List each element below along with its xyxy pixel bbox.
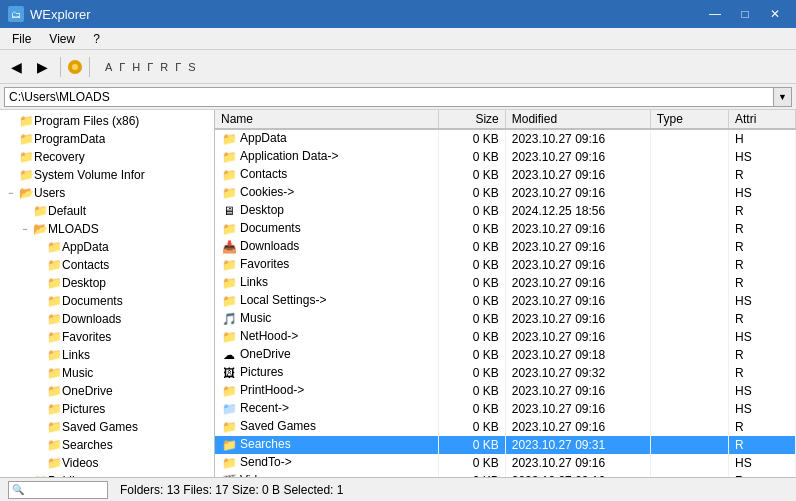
tree-item-program-files-x86[interactable]: 📁 Program Files (x86)	[0, 112, 214, 130]
forward-button[interactable]: ▶	[30, 55, 54, 79]
menu-help[interactable]: ?	[85, 30, 108, 48]
app-title: WExplorer	[30, 7, 91, 22]
tree-label: ProgramData	[34, 132, 105, 146]
table-row[interactable]: 📁Application Data-> 0 KB 2023.10.27 09:1…	[215, 148, 796, 166]
col-type[interactable]: Type	[650, 110, 728, 129]
tree-item-programdata[interactable]: 📁 ProgramData	[0, 130, 214, 148]
menu-file[interactable]: File	[4, 30, 39, 48]
file-name-cell: ☁OneDrive	[215, 346, 438, 364]
file-icon: 📁	[221, 437, 237, 453]
file-icon: ☁	[221, 347, 237, 363]
menu-view[interactable]: View	[41, 30, 83, 48]
tree-item-appdata[interactable]: 📁 AppData	[0, 238, 214, 256]
letter-A[interactable]: А	[102, 60, 115, 74]
table-row[interactable]: 📁Saved Games 0 KB 2023.10.27 09:16 R	[215, 418, 796, 436]
back-button[interactable]: ◀	[4, 55, 28, 79]
file-size-cell: 0 KB	[438, 129, 505, 148]
search-bar[interactable]: 🔍	[8, 481, 108, 499]
tree-item-public[interactable]: 📁 Public	[0, 472, 214, 477]
file-attri-cell: HS	[729, 400, 796, 418]
tree-item-onedrive[interactable]: 📁 OneDrive	[0, 382, 214, 400]
table-row[interactable]: 📁Cookies-> 0 KB 2023.10.27 09:16 HS	[215, 184, 796, 202]
table-row[interactable]: 📁AppData 0 KB 2023.10.27 09:16 H	[215, 129, 796, 148]
file-type-cell	[650, 364, 728, 382]
folder-icon: 📁	[18, 167, 34, 183]
tree-label: Links	[62, 348, 90, 362]
table-row[interactable]: 📁PrintHood-> 0 KB 2023.10.27 09:16 HS	[215, 382, 796, 400]
drive-icon	[67, 55, 83, 79]
tree-item-favorites[interactable]: 📁 Favorites	[0, 328, 214, 346]
file-icon: 📁	[221, 293, 237, 309]
file-type-cell	[650, 310, 728, 328]
file-attri-cell: R	[729, 220, 796, 238]
file-modified-cell: 2023.10.27 09:16	[505, 184, 650, 202]
file-icon: 📁	[221, 455, 237, 471]
table-row[interactable]: 📁Links 0 KB 2023.10.27 09:16 R	[215, 274, 796, 292]
col-attri[interactable]: Attri	[729, 110, 796, 129]
col-modified[interactable]: Modified	[505, 110, 650, 129]
tree-item-saved-games[interactable]: 📁 Saved Games	[0, 418, 214, 436]
letter-G2[interactable]: Г	[144, 60, 156, 74]
table-row[interactable]: ☁OneDrive 0 KB 2023.10.27 09:18 R	[215, 346, 796, 364]
file-icon: 🎵	[221, 311, 237, 327]
tree-item-default[interactable]: 📁 Default	[0, 202, 214, 220]
col-size[interactable]: Size	[438, 110, 505, 129]
tree-item-users[interactable]: − 📂 Users	[0, 184, 214, 202]
table-row[interactable]: 📁Documents 0 KB 2023.10.27 09:16 R	[215, 220, 796, 238]
table-row[interactable]: 🖼Pictures 0 KB 2023.10.27 09:32 R	[215, 364, 796, 382]
tree-item-desktop[interactable]: 📁 Desktop	[0, 274, 214, 292]
table-row[interactable]: 📁NetHood-> 0 KB 2023.10.27 09:16 HS	[215, 328, 796, 346]
file-size-cell: 0 KB	[438, 292, 505, 310]
letter-H[interactable]: Н	[129, 60, 143, 74]
table-row[interactable]: 📁Searches 0 KB 2023.10.27 09:31 R	[215, 436, 796, 454]
tree-label: Recovery	[34, 150, 85, 164]
address-dropdown[interactable]: ▼	[774, 87, 792, 107]
letter-R[interactable]: R	[157, 60, 171, 74]
table-row[interactable]: 🎬Videos 0 KB 2023.10.27 09:16 R	[215, 472, 796, 477]
folder-icon: 📁	[46, 293, 62, 309]
file-type-cell	[650, 472, 728, 477]
file-type-cell	[650, 382, 728, 400]
table-row[interactable]: 📁Local Settings-> 0 KB 2023.10.27 09:16 …	[215, 292, 796, 310]
table-row[interactable]: 📁Recent-> 0 KB 2023.10.27 09:16 HS	[215, 400, 796, 418]
minimize-button[interactable]: —	[702, 5, 728, 23]
tree-item-links[interactable]: 📁 Links	[0, 346, 214, 364]
table-row[interactable]: 🎵Music 0 KB 2023.10.27 09:16 R	[215, 310, 796, 328]
tree-item-searches[interactable]: 📁 Searches	[0, 436, 214, 454]
file-modified-cell: 2023.10.27 09:16	[505, 328, 650, 346]
table-row[interactable]: 🖥Desktop 0 KB 2024.12.25 18:56 R	[215, 202, 796, 220]
tree-item-downloads[interactable]: 📁 Downloads	[0, 310, 214, 328]
file-size-cell: 0 KB	[438, 148, 505, 166]
expand-icon	[32, 276, 46, 290]
tree-item-mloads[interactable]: − 📂 MLOADS	[0, 220, 214, 238]
table-row[interactable]: 📁Favorites 0 KB 2023.10.27 09:16 R	[215, 256, 796, 274]
file-type-cell	[650, 202, 728, 220]
letter-G3[interactable]: Г	[172, 60, 184, 74]
expand-icon	[32, 366, 46, 380]
tree-item-documents[interactable]: 📁 Documents	[0, 292, 214, 310]
table-row[interactable]: 📥Downloads 0 KB 2023.10.27 09:16 R	[215, 238, 796, 256]
address-input[interactable]	[4, 87, 774, 107]
tree-item-pictures[interactable]: 📁 Pictures	[0, 400, 214, 418]
tree-item-system-volume[interactable]: 📁 System Volume Infor	[0, 166, 214, 184]
file-modified-cell: 2023.10.27 09:16	[505, 274, 650, 292]
tree-label: OneDrive	[62, 384, 113, 398]
letter-S[interactable]: S	[185, 60, 198, 74]
col-name[interactable]: Name	[215, 110, 438, 129]
expand-icon	[32, 402, 46, 416]
file-size-cell: 0 KB	[438, 328, 505, 346]
tree-item-recovery[interactable]: 📁 Recovery	[0, 148, 214, 166]
tree-item-music[interactable]: 📁 Music	[0, 364, 214, 382]
expand-icon	[18, 204, 32, 218]
file-icon: 📁	[221, 383, 237, 399]
file-name-cell: 📁Local Settings->	[215, 292, 438, 310]
letter-G1[interactable]: Г	[116, 60, 128, 74]
tree-item-videos[interactable]: 📁 Videos	[0, 454, 214, 472]
maximize-button[interactable]: □	[732, 5, 758, 23]
table-row[interactable]: 📁SendTo-> 0 KB 2023.10.27 09:16 HS	[215, 454, 796, 472]
file-modified-cell: 2023.10.27 09:16	[505, 220, 650, 238]
tree-item-contacts[interactable]: 📁 Contacts	[0, 256, 214, 274]
close-button[interactable]: ✕	[762, 5, 788, 23]
search-input[interactable]	[27, 484, 107, 496]
table-row[interactable]: 📁Contacts 0 KB 2023.10.27 09:16 R	[215, 166, 796, 184]
